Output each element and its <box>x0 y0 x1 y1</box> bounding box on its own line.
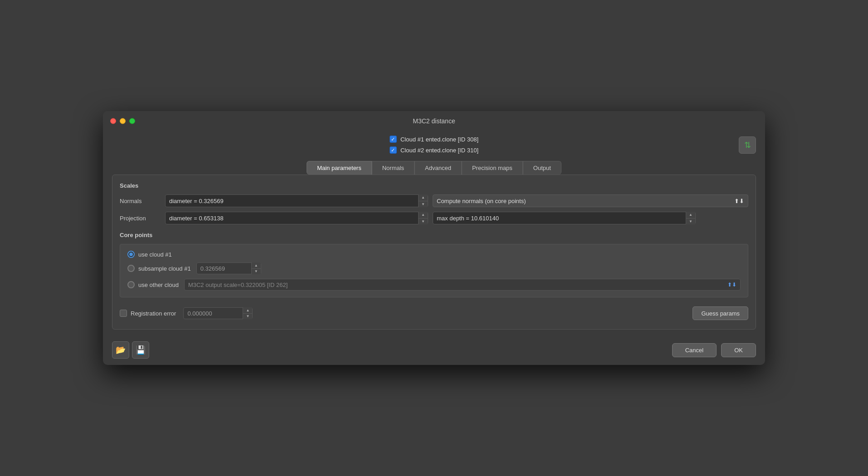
normals-up-btn[interactable]: ▲ <box>419 194 428 201</box>
projection-up-btn[interactable]: ▲ <box>419 212 428 219</box>
scales-section: Scales Normals ▲ ▼ Compute normals (on c… <box>120 182 748 224</box>
tab-advanced[interactable]: Advanced <box>414 161 462 175</box>
footer-right: Cancel OK <box>672 343 756 357</box>
projection-input[interactable] <box>166 215 418 222</box>
subsample-input[interactable] <box>197 265 251 272</box>
window-title: M3C2 distance <box>413 117 455 125</box>
registration-spinner[interactable]: ▲ ▼ <box>183 307 253 319</box>
projection-spinner[interactable]: ▲ ▼ <box>165 212 428 224</box>
registration-input[interactable] <box>184 310 243 317</box>
tab-main-parameters[interactable]: Main parameters <box>307 161 372 175</box>
projection-spinner-btns: ▲ ▼ <box>418 212 428 224</box>
save-file-button[interactable]: 💾 <box>132 341 149 359</box>
main-content: Scales Normals ▲ ▼ Compute normals (on c… <box>112 175 756 330</box>
save-file-icon: 💾 <box>136 345 146 355</box>
subsample-spinner-btns: ▲ ▼ <box>251 262 261 274</box>
registration-label: Registration error <box>131 310 176 317</box>
bottom-row: Registration error ▲ ▼ Guess params <box>120 304 748 322</box>
projection-depth-down-btn[interactable]: ▼ <box>686 219 695 225</box>
cloud2-label: Cloud #2 ented.clone [ID 310] <box>400 147 478 154</box>
footer-left: 📂 💾 <box>112 341 149 359</box>
minimize-button[interactable] <box>120 118 126 124</box>
tabs-row: Main parameters Normals Advanced Precisi… <box>103 159 765 175</box>
registration-spinner-btns: ▲ ▼ <box>243 307 252 319</box>
close-button[interactable] <box>110 118 116 124</box>
normals-dropdown-arrow: ⬆⬇ <box>734 198 744 204</box>
registration-up-btn[interactable]: ▲ <box>243 307 252 314</box>
subsample-down-btn[interactable]: ▼ <box>252 269 261 275</box>
radio-subsample-row: subsample cloud #1 ▲ ▼ <box>127 262 741 274</box>
open-file-button[interactable]: 📂 <box>112 341 129 359</box>
traffic-lights <box>110 118 135 124</box>
radio-other-cloud-label: use other cloud <box>138 282 179 288</box>
title-bar: M3C2 distance <box>103 111 765 131</box>
normals-input[interactable] <box>166 198 418 204</box>
cloud-section: ✓ Cloud #1 ented.clone [ID 308] ✓ Cloud … <box>103 131 765 159</box>
radio-other-cloud[interactable] <box>127 281 135 288</box>
cloud1-label: Cloud #1 ented.clone [ID 308] <box>400 136 478 143</box>
core-points-title: Core points <box>120 232 748 238</box>
open-file-icon: 📂 <box>116 345 126 355</box>
projection-row: Projection ▲ ▼ ▲ ▼ <box>120 212 748 224</box>
radio-use-cloud1[interactable] <box>127 251 135 258</box>
projection-label: Projection <box>120 215 161 222</box>
radio-use-cloud1-label: use cloud #1 <box>138 251 172 258</box>
projection-down-btn[interactable]: ▼ <box>419 219 428 225</box>
ok-button[interactable]: OK <box>721 343 756 357</box>
normals-row: Normals ▲ ▼ Compute normals (on core poi… <box>120 194 748 207</box>
cloud1-checkbox[interactable]: ✓ <box>390 136 397 143</box>
swap-button[interactable]: ⇅ <box>739 136 756 154</box>
tab-output[interactable]: Output <box>523 161 561 175</box>
projection-depth-input[interactable] <box>433 215 686 222</box>
projection-depth-spinner-btns: ▲ ▼ <box>686 212 695 224</box>
cloud2-row: ✓ Cloud #2 ented.clone [ID 310] <box>390 146 478 154</box>
tab-normals[interactable]: Normals <box>372 161 414 175</box>
registration-checkbox[interactable] <box>120 310 127 317</box>
cloud1-row: ✓ Cloud #1 ented.clone [ID 308] <box>390 136 478 143</box>
normals-down-btn[interactable]: ▼ <box>419 201 428 208</box>
tab-precision-maps[interactable]: Precision maps <box>462 161 523 175</box>
other-cloud-dropdown[interactable]: M3C2 output scale=0.322005 [ID 262] ⬆⬇ <box>184 279 741 291</box>
cloud2-checkbox[interactable]: ✓ <box>390 146 397 154</box>
footer: 📂 💾 Cancel OK <box>103 337 765 365</box>
normals-dropdown-value: Compute normals (on core points) <box>437 198 526 204</box>
dialog-window: M3C2 distance ✓ Cloud #1 ented.clone [ID… <box>103 111 765 365</box>
radio-other-cloud-row: use other cloud M3C2 output scale=0.3220… <box>127 279 741 291</box>
radio-subsample[interactable] <box>127 265 135 272</box>
projection-depth-spinner[interactable]: ▲ ▼ <box>433 212 696 224</box>
subsample-up-btn[interactable]: ▲ <box>252 262 261 269</box>
cancel-button[interactable]: Cancel <box>672 343 717 357</box>
maximize-button[interactable] <box>129 118 135 124</box>
guess-params-button[interactable]: Guess params <box>692 306 748 320</box>
normals-spinner[interactable]: ▲ ▼ <box>165 194 428 207</box>
radio-use-cloud1-row: use cloud #1 <box>127 251 741 258</box>
core-points-section: use cloud #1 subsample cloud #1 ▲ ▼ use … <box>120 244 748 297</box>
registration-row: Registration error ▲ ▼ <box>120 307 253 319</box>
radio-subsample-label: subsample cloud #1 <box>138 265 191 272</box>
normals-dropdown[interactable]: Compute normals (on core points) ⬆⬇ <box>433 194 748 207</box>
scales-title: Scales <box>120 182 748 189</box>
registration-down-btn[interactable]: ▼ <box>243 314 252 320</box>
projection-depth-up-btn[interactable]: ▲ <box>686 212 695 219</box>
subsample-spinner[interactable]: ▲ ▼ <box>196 262 261 274</box>
other-cloud-value: M3C2 output scale=0.322005 [ID 262] <box>188 282 288 288</box>
normals-spinner-btns: ▲ ▼ <box>418 194 428 207</box>
normals-label: Normals <box>120 198 161 204</box>
other-cloud-arrow: ⬆⬇ <box>727 282 736 288</box>
